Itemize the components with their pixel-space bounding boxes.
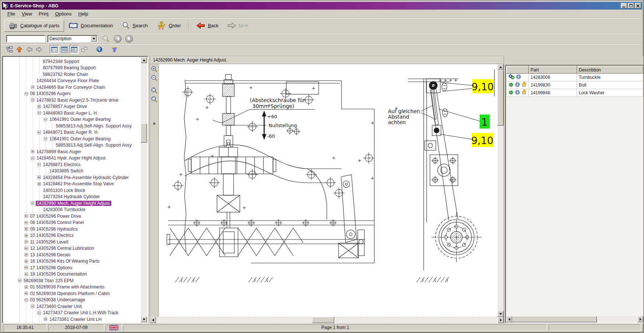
tree-item[interactable]: −14273460 Crawler Unit (3, 303, 141, 310)
column-header-part[interactable]: Part (529, 66, 577, 74)
menu-help[interactable]: Help (75, 10, 92, 18)
tree-item[interactable]: −06 14305296 Augers (3, 91, 141, 97)
gear-icon[interactable] (508, 90, 514, 96)
tree-item[interactable]: +14278899 Basic Auger (3, 148, 141, 155)
scrollbar-thumb[interactable] (312, 317, 334, 323)
scroll-right-icon[interactable] (498, 317, 504, 323)
menu-options[interactable]: Options (52, 10, 75, 18)
view-list-icon[interactable] (60, 45, 69, 54)
close-button[interactable] (635, 3, 641, 8)
tree-item[interactable]: 87942348 Support (3, 58, 141, 65)
tree-item[interactable]: +14328454 Pre-Assemble Hydraulic Cylinde… (3, 174, 141, 181)
menu-print[interactable]: Print (35, 10, 52, 18)
gears-sync-icon[interactable] (508, 74, 515, 81)
documentation-button[interactable]: Documentation (64, 20, 117, 31)
minimize-button[interactable] (621, 3, 627, 8)
table-row[interactable]: 14199848Lock Washer (507, 89, 643, 97)
tree-item[interactable]: +17 14305296 Options (3, 264, 141, 271)
tree-item[interactable]: 80787989 Bearing Support (3, 65, 141, 71)
next-item-icon[interactable] (35, 45, 44, 54)
scrollbar-thumb[interactable] (141, 123, 147, 143)
column-header-description[interactable]: Describtion (577, 66, 643, 74)
filter-icon[interactable] (110, 45, 119, 54)
tree-item[interactable]: +12 14305296 Central Lubrication (3, 245, 141, 252)
table-row[interactable]: 14283006Turnbuckle (507, 74, 643, 81)
tree-item[interactable]: −14284541 Hydr. Auger Hight Adjust. (3, 155, 141, 162)
tree-item[interactable]: 14283006 Turnbuckle (3, 207, 141, 213)
tree-item[interactable]: 14051320 Lock Block (3, 187, 141, 194)
zoom-region-icon[interactable] (151, 95, 158, 103)
language-flag-panel[interactable] (106, 324, 122, 331)
search-field-combobox[interactable]: Description (48, 35, 98, 42)
callout-1[interactable]: 1 (439, 109, 490, 129)
tree-item[interactable]: +10 14305296 Electrics (3, 232, 141, 239)
info-icon[interactable] (516, 74, 521, 80)
scroll-left-icon[interactable] (506, 316, 512, 322)
scroll-down-icon[interactable] (141, 316, 147, 322)
tree-item[interactable]: −14282990 Mech. Auger Height Adjust. (3, 200, 141, 207)
view-split-icon[interactable] (70, 45, 79, 54)
search-input[interactable] (6, 35, 45, 42)
scroll-up-icon[interactable] (497, 64, 504, 70)
tree-item[interactable]: +14328462 Pre-Assemble Stop Valve (3, 181, 141, 187)
tree-item[interactable]: +01 56269038 Frame with Attachments (3, 284, 141, 291)
tree-item[interactable]: 14284434 Conveyor Floor Plate (3, 78, 141, 84)
history-back-icon[interactable] (114, 35, 122, 43)
tree-item[interactable]: −10641991 Outer Auger Bearing (3, 116, 141, 123)
tree-item[interactable]: +14273361 Crawler Unit LH (3, 316, 141, 322)
tree-item[interactable]: −56269038 Titan 225 EPM (3, 277, 141, 284)
table-row[interactable]: 14199830Bolt (507, 81, 643, 89)
chevron-down-icon[interactable] (91, 36, 97, 42)
drawing-vertical-scrollbar[interactable] (497, 64, 504, 317)
scrollbar-thumb[interactable] (497, 70, 504, 126)
zoom-fit-icon[interactable] (151, 87, 158, 94)
view-details-icon[interactable] (50, 45, 59, 54)
tree-item[interactable]: −03 56269038 Undercarriage (3, 297, 141, 304)
tree-structure-icon[interactable] (5, 45, 14, 54)
callout-9-10-top[interactable]: 9,10 (441, 79, 494, 93)
add-to-cart-icon[interactable] (521, 90, 527, 96)
scroll-left-icon[interactable] (150, 317, 156, 323)
tree-item[interactable]: +14278857 Auger Drive (3, 104, 141, 110)
toolstrip-more-button[interactable]: » (151, 120, 158, 126)
tree-item[interactable]: +08 14305296 Control Panel (3, 220, 141, 226)
column-header-icons[interactable] (507, 66, 529, 74)
cascade-windows-icon[interactable] (80, 45, 89, 54)
menu-view[interactable]: View (18, 10, 35, 18)
parts-horizontal-scrollbar[interactable] (506, 316, 643, 322)
tree-vertical-scrollbar[interactable] (141, 57, 147, 322)
tree-item[interactable]: 14303895 Switch (3, 168, 141, 175)
tree-item[interactable]: +09 14305296 Hydraulics (3, 226, 141, 232)
search-button[interactable]: Search (118, 20, 152, 31)
tree-item[interactable]: +14284665 Bar For Conveyor Chain (3, 84, 141, 91)
menu-file[interactable]: File (4, 10, 18, 18)
tree-item[interactable]: 58853813 Adj.Self-Align. Support Assy. (3, 123, 141, 129)
info-icon[interactable] (515, 82, 520, 88)
zoom-in-icon[interactable] (151, 65, 158, 73)
history-forward-icon[interactable] (125, 35, 133, 43)
tree-item[interactable]: +07 14305296 Power Drive (3, 213, 141, 220)
scroll-right-icon[interactable] (637, 316, 643, 322)
tree-item[interactable]: 14273254 Hydraulik Cylinder (3, 194, 141, 200)
tree-item[interactable]: +02 56269038 Operators Platform / Cabin (3, 290, 141, 297)
run-search-icon[interactable] (102, 35, 110, 43)
info-icon[interactable] (515, 90, 520, 96)
zoom-out-icon[interactable] (151, 74, 158, 81)
next-button[interactable]: Next (223, 20, 253, 31)
prev-item-icon[interactable] (25, 45, 34, 54)
catalogue-of-parts-button[interactable]: Catalogue of parts (4, 20, 64, 32)
back-button[interactable]: Back (192, 20, 223, 31)
scroll-up-icon[interactable] (141, 57, 147, 63)
tree-item[interactable]: −14278832 Basic Auger(2.5-7m)centr drive (3, 97, 141, 104)
tree-item[interactable]: +18 14305296 Documentation (3, 271, 141, 278)
scrollbar-thumb[interactable] (512, 316, 597, 322)
tree-item[interactable]: 58853813 Adj.Self-Align. Support Assy. (3, 142, 141, 149)
info-icon[interactable] (95, 45, 104, 54)
scroll-down-icon[interactable] (497, 311, 504, 317)
tree-item[interactable]: +16 14305296 Kits Of Wearing Parts (3, 258, 141, 265)
order-button[interactable]: Order (152, 20, 185, 32)
tree-item[interactable]: −14298871 Electrics (3, 161, 141, 168)
tree-item[interactable]: −14848063 Basic Auger L. H. (3, 110, 141, 116)
maximize-button[interactable] (628, 3, 634, 8)
tree-item[interactable]: −10641991 Outer Auger Bearing (3, 136, 141, 142)
